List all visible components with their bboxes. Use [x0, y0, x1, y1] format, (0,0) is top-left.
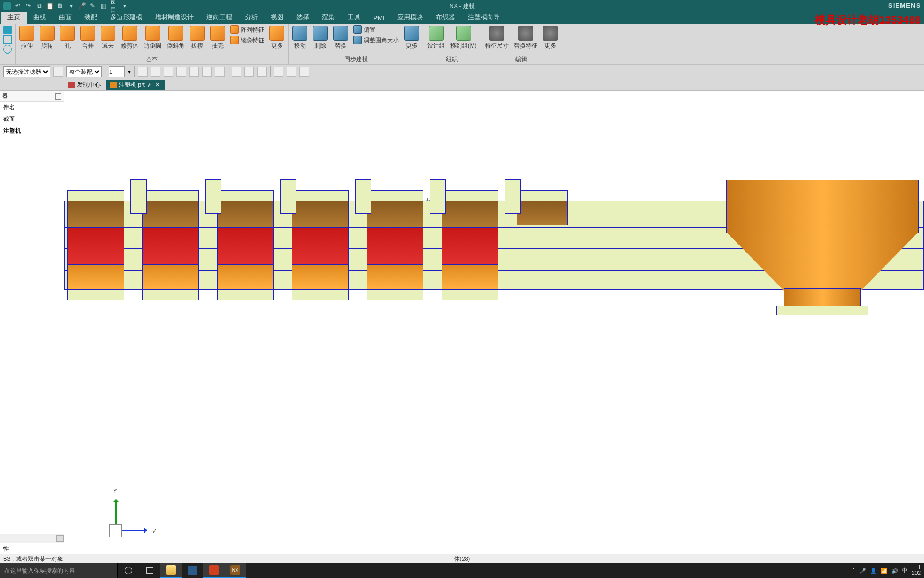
- opt-icon-5[interactable]: [189, 67, 199, 77]
- tray-chevron-icon[interactable]: ˄: [852, 568, 855, 574]
- window-menu[interactable]: 窗口: [110, 2, 118, 10]
- pin-icon[interactable]: [55, 93, 61, 100]
- taskbar-search[interactable]: 在这里输入你要搜索的内容: [0, 563, 118, 578]
- tray-ime[interactable]: 中: [902, 567, 907, 574]
- mirror-button[interactable]: 镜像特征: [229, 35, 266, 45]
- tray-wifi-icon[interactable]: 📶: [881, 568, 887, 574]
- tab-routing[interactable]: 布线器: [429, 11, 461, 24]
- tab-curve[interactable]: 曲线: [27, 11, 52, 24]
- layout-icon[interactable]: ▥: [99, 2, 107, 10]
- tray-clock[interactable]: 1 202: [912, 565, 921, 576]
- opt-icon-12[interactable]: [287, 67, 296, 77]
- shell-button[interactable]: 抽壳: [209, 25, 227, 51]
- edge-blend-button[interactable]: 边倒圆: [142, 25, 163, 51]
- coord-triad[interactable]: Y Z: [102, 490, 155, 544]
- feature-dim-button[interactable]: 特征尺寸: [483, 25, 510, 51]
- filter-select[interactable]: 无选择过滤器: [3, 66, 50, 77]
- window-dropdown-icon[interactable]: ▾: [121, 2, 128, 10]
- replace-face-button[interactable]: 替换: [332, 25, 350, 51]
- more-basic-button[interactable]: 更多: [268, 25, 286, 51]
- paste-icon[interactable]: 📋: [46, 2, 53, 10]
- tab-app[interactable]: 应用模块: [391, 11, 429, 24]
- opt-icon-1[interactable]: [138, 67, 148, 77]
- nx-menu-icon[interactable]: [3, 2, 11, 10]
- nx-button[interactable]: NX: [225, 563, 246, 578]
- graphics-canvas[interactable]: Y Z: [64, 91, 924, 554]
- hole-button[interactable]: 孔: [58, 25, 76, 51]
- tab-close-icon[interactable]: ✕: [154, 81, 161, 88]
- tray-mic-icon[interactable]: 🎤: [859, 568, 866, 574]
- powerpoint-button[interactable]: [203, 563, 225, 578]
- column-header-name[interactable]: 件名: [0, 102, 64, 113]
- tab-popout-icon[interactable]: ⬀: [147, 81, 152, 88]
- chamfer-button[interactable]: 倒斜角: [165, 25, 186, 51]
- more-edit-button[interactable]: 更多: [541, 25, 559, 51]
- redo-icon[interactable]: ↷: [25, 2, 32, 10]
- more-sync-button[interactable]: 更多: [403, 25, 421, 51]
- scroll-right-icon[interactable]: [56, 535, 64, 542]
- scope-select[interactable]: 整个装配: [66, 66, 102, 77]
- task-view-button[interactable]: [139, 563, 160, 578]
- filter-icon[interactable]: [53, 67, 63, 77]
- revolve-button[interactable]: 旋转: [38, 25, 56, 51]
- opt-icon-9[interactable]: [244, 67, 254, 77]
- offset-button[interactable]: 偏置: [352, 25, 401, 34]
- qty-dropdown-icon[interactable]: ▾: [128, 68, 131, 75]
- more-sync-icon: [404, 26, 419, 41]
- opt-icon-10[interactable]: [257, 67, 267, 77]
- save-icon[interactable]: 🗎: [57, 2, 64, 10]
- opt-icon-3[interactable]: [164, 67, 173, 77]
- draft-button[interactable]: 拔模: [188, 25, 206, 51]
- move-face-button[interactable]: 移动: [291, 25, 309, 51]
- subtract-button[interactable]: 减去: [99, 25, 117, 51]
- circle-icon[interactable]: [3, 45, 12, 54]
- line-icon[interactable]: [3, 35, 12, 44]
- sketch-icon[interactable]: [3, 26, 12, 34]
- tab-surface[interactable]: 曲面: [52, 11, 78, 24]
- discover-tab[interactable]: 发现中心: [64, 80, 105, 90]
- panel-hscroll[interactable]: [0, 534, 64, 543]
- move-to-group-button[interactable]: 移到组(M): [449, 25, 479, 51]
- tab-assembly[interactable]: 装配: [78, 11, 104, 24]
- tab-mold[interactable]: 注塑模向导: [461, 11, 506, 24]
- tab-select[interactable]: 选择: [290, 11, 315, 24]
- ribbon-group-edit: 特征尺寸 替换特征 更多 编辑: [481, 24, 561, 64]
- section-row[interactable]: 截面: [0, 113, 64, 125]
- opt-icon-11[interactable]: [274, 67, 283, 77]
- tab-render[interactable]: 渲染: [315, 11, 341, 24]
- tab-analysis[interactable]: 分析: [238, 11, 264, 24]
- opt-icon-2[interactable]: [151, 67, 160, 77]
- undo-icon[interactable]: ↶: [14, 2, 21, 10]
- opt-icon-8[interactable]: [232, 67, 241, 77]
- calculator-button[interactable]: [182, 563, 203, 578]
- trim-button[interactable]: 修剪体: [119, 25, 140, 51]
- mic-icon[interactable]: 🎤: [78, 2, 86, 10]
- tab-tools[interactable]: 工具: [341, 11, 367, 24]
- cortana-button[interactable]: [118, 563, 139, 578]
- tab-view[interactable]: 视图: [264, 11, 290, 24]
- opt-icon-6[interactable]: [202, 67, 212, 77]
- explorer-button[interactable]: [160, 563, 182, 578]
- tab-home[interactable]: 主页: [1, 11, 27, 24]
- part-tab[interactable]: 注塑机.prt ⬀ ✕: [106, 80, 165, 90]
- opt-icon-4[interactable]: [176, 67, 186, 77]
- qat-dropdown-icon[interactable]: ▾: [67, 2, 75, 10]
- replace-feature-button[interactable]: 替换特征: [512, 25, 539, 51]
- qty-input[interactable]: [109, 66, 125, 77]
- unite-button[interactable]: 合并: [79, 25, 97, 51]
- copy-icon[interactable]: ⧉: [35, 2, 43, 10]
- delete-face-button[interactable]: 删除: [311, 25, 329, 51]
- tab-reverse[interactable]: 逆向工程: [200, 11, 238, 24]
- opt-icon-7[interactable]: [215, 67, 225, 77]
- extrude-button[interactable]: 拉伸: [18, 25, 36, 51]
- tab-additive[interactable]: 增材制造设计: [149, 11, 200, 24]
- tree-item-part[interactable]: 注塑机: [0, 125, 64, 136]
- touch-icon[interactable]: ✎: [89, 2, 96, 10]
- tray-user-icon[interactable]: 👤: [870, 568, 876, 574]
- tab-pmi[interactable]: PMI: [367, 13, 391, 24]
- resize-blend-button[interactable]: 调整圆角大小: [352, 35, 401, 45]
- tray-volume-icon[interactable]: 🔊: [891, 568, 898, 574]
- pattern-button[interactable]: 阵列特征: [229, 25, 266, 34]
- opt-icon-13[interactable]: [299, 67, 309, 77]
- design-group-button[interactable]: 设计组: [426, 25, 446, 51]
